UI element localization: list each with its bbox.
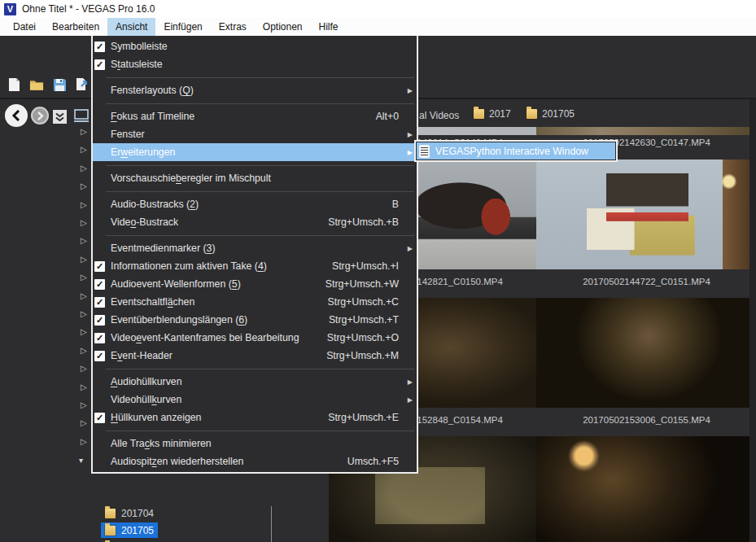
checkbox-empty xyxy=(94,439,105,449)
checkbox-empty xyxy=(94,111,105,122)
submenu-arrow-icon: ▶ xyxy=(408,245,413,252)
menu-item-eventmedienmarker-3[interactable]: Eventmedienmarker (3)▶ xyxy=(93,239,417,257)
folder-icon xyxy=(105,509,116,518)
menu-item-label: Fensterlayouts (Q) xyxy=(111,85,194,96)
tree-expand-icon[interactable]: ▷ xyxy=(81,237,87,245)
checkbox-empty xyxy=(94,147,105,158)
tree-expand-icon[interactable]: ▷ xyxy=(81,310,87,318)
menu-item-label: Hüllkurven anzeigen xyxy=(111,412,201,423)
menu-item-event-berblendungsl-ngen-6[interactable]: ✓Eventüberblendungslängen (6)Strg+Umsch.… xyxy=(93,311,417,329)
tree-expand-icon[interactable]: ▷ xyxy=(81,164,87,173)
menu-item-videoevent-kantenframes-bei-bearbeitung[interactable]: ✓Videoevent-Kantenframes bei Bearbeitung… xyxy=(93,329,417,347)
menu-item-fokus-auf-timeline[interactable]: Fokus auf TimelineAlt+0 xyxy=(93,107,417,125)
menu-item-vorschauschieberegler-im-mischpult[interactable]: Vorschauschieberegler im Mischpult xyxy=(93,169,417,187)
tree-expand-icon[interactable]: ▷ xyxy=(81,419,87,427)
menu-item-audiospitzen-wiederherstellen[interactable]: Audiospitzen wiederherstellenUmsch.+F5 xyxy=(93,452,417,470)
tree-expand-icon[interactable]: ▷ xyxy=(81,365,87,373)
menubar-item-extras[interactable]: Extras xyxy=(211,18,255,36)
tree-folder-201705[interactable]: 201705 xyxy=(101,522,158,538)
folder-icon xyxy=(105,526,116,535)
submenu-item-label: VEGASPython Interactive Window xyxy=(435,146,588,157)
video-thumbnail[interactable] xyxy=(536,160,753,269)
window-title: Ohne Titel * - VEGAS Pro 16.0 xyxy=(22,3,155,15)
menu-item-h-llkurven-anzeigen[interactable]: ✓Hüllkurven anzeigenStrg+Umsch.+E xyxy=(93,409,417,426)
menu-item-fensterlayouts-q[interactable]: Fensterlayouts (Q)▶ xyxy=(93,81,417,99)
save-project-icon[interactable] xyxy=(52,77,67,92)
extensions-submenu: VEGASPython Interactive Window xyxy=(414,140,618,162)
video-filename[interactable]: 20170502153006_C0155.MP4 xyxy=(527,415,756,425)
menu-item-audioevent-wellenformen-5[interactable]: ✓Audioevent-Wellenformen (5)Strg+Umsch.+… xyxy=(93,275,417,293)
tree-expand-icon[interactable]: ▷ xyxy=(81,273,87,282)
menu-item-informationen-zum-aktiven-take-4[interactable]: ✓Informationen zum aktiven Take (4)Strg+… xyxy=(93,257,417,275)
tree-folder-201704[interactable]: 201704 xyxy=(101,505,158,521)
menu-item-event-header[interactable]: ✓Event-HeaderStrg+Umsch.+M xyxy=(93,347,417,365)
menu-item-label: Statusleiste xyxy=(111,59,163,70)
checkbox-empty xyxy=(94,217,105,228)
menubar-item-optionen[interactable]: Optionen xyxy=(255,18,311,36)
tree-expand-icon[interactable]: ▷ xyxy=(81,328,87,336)
menubar-item-datei[interactable]: Datei xyxy=(5,18,44,36)
menu-shortcut: Strg+Umsch.+E xyxy=(328,412,399,423)
tree-expand-icon[interactable]: ▷ xyxy=(81,383,87,391)
vertical-scrollbar[interactable] xyxy=(749,99,756,542)
tree-expand-icon[interactable]: ▷ xyxy=(81,146,87,154)
tree-expand-icon[interactable]: ▷ xyxy=(81,128,87,136)
new-project-icon[interactable] xyxy=(7,77,21,92)
menu-separator xyxy=(106,161,414,169)
publish-project-icon[interactable] xyxy=(75,77,90,92)
menu-separator xyxy=(106,231,414,239)
menu-shortcut: Strg+Umsch.+O xyxy=(327,332,399,343)
menu-item-erweiterungen[interactable]: Erweiterungen▶ xyxy=(93,143,417,161)
open-project-icon[interactable] xyxy=(29,77,44,92)
menu-item-alle-tracks-minimieren[interactable]: Alle Tracks minimieren xyxy=(93,435,417,452)
menu-shortcut: Strg+Umsch.+C xyxy=(328,296,399,308)
menu-item-symbolleiste[interactable]: ✓Symbolleiste xyxy=(93,37,417,55)
checkmark-icon: ✓ xyxy=(94,297,105,308)
menu-item-videoh-llkurven[interactable]: Videohüllkurven▶ xyxy=(93,391,417,409)
menubar-item-ansicht[interactable]: Ansicht xyxy=(107,18,155,36)
menu-item-eventschaltfl-chen[interactable]: ✓EventschaltflächenStrg+Umsch.+C xyxy=(93,293,417,311)
tree-expand-icon[interactable]: ▷ xyxy=(81,401,87,409)
folder-name: 201704 xyxy=(121,508,154,519)
tree-expand-icon[interactable]: ▷ xyxy=(81,182,87,190)
menubar-item-bearbeiten[interactable]: Bearbeiten xyxy=(44,18,107,36)
tree-expand-icon[interactable]: ▷ xyxy=(81,201,87,209)
menu-item-audioh-llkurven[interactable]: Audiohüllkurven▶ xyxy=(93,373,417,391)
menu-item-audio-bustracks-2[interactable]: Audio-Bustracks (2)B xyxy=(93,195,417,213)
project-toolbar xyxy=(7,77,90,92)
folder-shortcut-2017[interactable]: 2017 xyxy=(474,108,511,120)
tree-grid-separator xyxy=(271,506,272,542)
menu-item-fenster[interactable]: Fenster▶ xyxy=(93,125,417,143)
tree-expand-icon[interactable]: ▷ xyxy=(81,292,87,300)
menu-item-video-bustrack[interactable]: Video-BustrackStrg+Umsch.+B xyxy=(93,213,417,231)
tree-expand-icon[interactable]: ▷ xyxy=(81,219,87,227)
tree-collapse-icon[interactable]: ▾ xyxy=(79,457,83,465)
checkmark-icon: ✓ xyxy=(94,333,105,343)
folder-shortcut-201705[interactable]: 201705 xyxy=(527,108,575,120)
tree-expand-icon[interactable]: ▷ xyxy=(81,438,87,446)
menu-shortcut: Umsch.+F5 xyxy=(347,456,399,467)
back-button[interactable] xyxy=(5,104,28,127)
menubar-item-einf-gen[interactable]: Einfügen xyxy=(155,18,210,36)
video-thumbnail[interactable] xyxy=(536,436,753,542)
menu-item-label: Symbolleiste xyxy=(111,41,168,52)
video-filename[interactable]: 20170502144722_C0151.MP4 xyxy=(527,277,756,286)
title-bar: V Ohne Titel * - VEGAS Pro 16.0 xyxy=(0,0,756,18)
menubar-item-hilfe[interactable]: Hilfe xyxy=(311,18,347,36)
double-chevron-down-button[interactable] xyxy=(53,110,67,124)
folder-icon xyxy=(474,109,484,119)
menu-shortcut: Alt+0 xyxy=(376,111,399,122)
device-monitor-icon[interactable] xyxy=(73,109,90,126)
forward-button[interactable] xyxy=(31,107,49,125)
submenu-item-vegaspython-interactive-window[interactable]: VEGASPython Interactive Window xyxy=(417,142,615,160)
menu-shortcut: Strg+Umsch.+W xyxy=(326,278,399,290)
menu-item-label: Eventschaltflächen xyxy=(111,296,194,308)
video-thumbnail[interactable] xyxy=(536,127,753,135)
menu-item-statusleiste[interactable]: ✓Statusleiste xyxy=(93,55,417,73)
menu-shortcut: Strg+Umsch.+M xyxy=(326,350,399,361)
video-thumbnail[interactable] xyxy=(536,298,753,408)
vegas-pro-window: V Ohne Titel * - VEGAS Pro 16.0 DateiBea… xyxy=(0,0,756,542)
tree-expand-icon[interactable]: ▷ xyxy=(81,347,87,355)
menu-item-label: Audiohüllkurven xyxy=(111,376,182,387)
tree-expand-icon[interactable]: ▷ xyxy=(81,256,87,264)
